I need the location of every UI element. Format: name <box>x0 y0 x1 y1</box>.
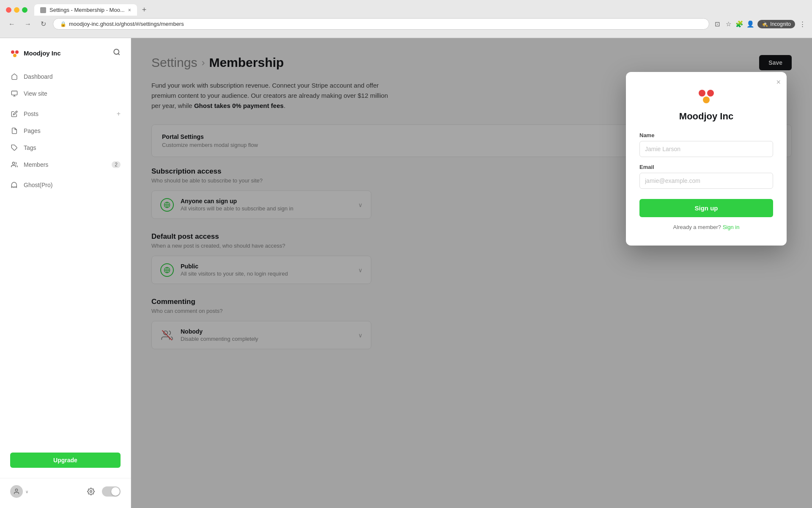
svg-point-0 <box>11 50 14 54</box>
email-input[interactable] <box>639 173 773 189</box>
sidebar-brand: Moodjoy Inc <box>10 49 61 58</box>
svg-rect-4 <box>11 91 17 95</box>
svg-point-8 <box>12 162 14 164</box>
maximize-window-button[interactable] <box>22 7 27 13</box>
back-button[interactable]: ← <box>6 19 18 30</box>
cast-icon[interactable]: ⊡ <box>713 20 721 28</box>
sidebar-item-dashboard[interactable]: Dashboard <box>0 68 131 85</box>
sidebar-item-pages[interactable]: Pages <box>0 122 131 139</box>
modal-title: Moodjoy Inc <box>639 111 773 122</box>
profile-icon[interactable]: 👤 <box>746 20 754 28</box>
lock-icon: 🔒 <box>60 21 66 27</box>
name-label: Name <box>639 132 773 138</box>
posts-icon <box>10 110 19 118</box>
user-avatar <box>10 485 23 498</box>
sidebar-item-dashboard-label: Dashboard <box>24 73 121 80</box>
url-text: moodjoy-inc.ghost.io/ghost/#/settings/me… <box>69 21 184 27</box>
signin-link[interactable]: Sign in <box>723 224 740 230</box>
tab-close-button[interactable]: × <box>128 7 131 13</box>
forward-button[interactable]: → <box>22 19 34 30</box>
tags-icon <box>10 144 19 152</box>
search-icon[interactable] <box>113 48 121 58</box>
footer-icons <box>85 486 121 497</box>
name-input[interactable] <box>639 141 773 157</box>
email-field: Email <box>639 164 773 189</box>
close-window-button[interactable] <box>6 7 11 13</box>
email-label: Email <box>639 164 773 170</box>
sidebar-item-viewsite-label: View site <box>24 90 121 97</box>
sidebar-nav: Dashboard View site <box>0 68 131 475</box>
ghost-icon <box>10 181 19 189</box>
name-field: Name <box>639 132 773 157</box>
sidebar-header: Moodjoy Inc <box>0 48 131 68</box>
add-post-icon[interactable]: + <box>117 110 121 118</box>
traffic-lights <box>6 7 27 13</box>
sidebar-item-members-label: Members <box>24 161 107 168</box>
sidebar: Moodjoy Inc Dashboard <box>0 38 131 508</box>
pages-icon <box>10 127 19 135</box>
dashboard-icon <box>10 72 19 81</box>
incognito-label: Incognito <box>770 21 791 27</box>
sidebar-item-pages-label: Pages <box>24 127 121 134</box>
modal-overlay: × Moodjoy Inc Name Email Si <box>131 38 812 508</box>
svg-point-17 <box>699 90 705 97</box>
user-menu[interactable]: ∨ <box>10 485 28 498</box>
upgrade-section: Upgrade <box>0 446 131 475</box>
sidebar-item-tags[interactable]: Tags <box>0 139 131 156</box>
svg-point-19 <box>703 97 710 103</box>
user-chevron-icon: ∨ <box>25 489 28 494</box>
theme-toggle[interactable] <box>102 486 121 497</box>
members-badge: 2 <box>112 161 121 168</box>
tab-favicon <box>40 7 46 13</box>
sidebar-item-members[interactable]: Members 2 <box>0 156 131 173</box>
browser-actions: ⊡ ☆ 🧩 👤 🕵️ Incognito ⋮ <box>713 20 806 28</box>
svg-point-2 <box>13 54 16 57</box>
modal-logo <box>639 87 773 104</box>
sidebar-item-ghost-pro-label: Ghost(Pro) <box>24 182 121 188</box>
viewsite-icon <box>10 89 19 98</box>
sidebar-item-posts[interactable]: Posts + <box>0 105 131 122</box>
members-icon <box>10 160 19 169</box>
signin-prompt: Already a member? <box>673 224 721 230</box>
reload-button[interactable]: ↻ <box>38 18 49 30</box>
modal-signin-text: Already a member? Sign in <box>639 224 773 230</box>
sidebar-item-viewsite[interactable]: View site <box>0 85 131 102</box>
bookmark-icon[interactable]: ☆ <box>724 20 732 28</box>
svg-point-1 <box>15 50 19 54</box>
svg-point-9 <box>15 489 17 491</box>
new-tab-button[interactable]: + <box>142 6 147 14</box>
tab-label: Settings - Membership - Moo... <box>49 7 125 13</box>
address-bar[interactable]: 🔒 moodjoy-inc.ghost.io/ghost/#/settings/… <box>53 18 709 30</box>
browser-chrome: Settings - Membership - Moo... × + ← → ↻… <box>0 0 812 38</box>
svg-point-3 <box>114 49 119 54</box>
sidebar-item-ghost-pro[interactable]: Ghost(Pro) <box>0 177 131 193</box>
sidebar-item-tags-label: Tags <box>24 144 121 151</box>
browser-tab[interactable]: Settings - Membership - Moo... × <box>34 4 137 16</box>
modal-signup-button[interactable]: Sign up <box>639 199 773 217</box>
brand-name: Moodjoy Inc <box>24 50 61 57</box>
toggle-knob <box>111 487 120 496</box>
minimize-window-button[interactable] <box>14 7 19 13</box>
extensions-icon[interactable]: 🧩 <box>735 20 743 28</box>
svg-point-10 <box>90 491 92 493</box>
main-content: Settings › Membership Save Fund your wor… <box>131 38 812 508</box>
settings-icon[interactable] <box>85 486 97 497</box>
incognito-badge: 🕵️ Incognito <box>757 20 795 28</box>
signup-modal: × Moodjoy Inc Name Email Si <box>626 72 787 246</box>
brand-logo <box>10 49 19 58</box>
upgrade-button[interactable]: Upgrade <box>10 453 121 468</box>
sidebar-footer: ∨ <box>0 478 131 498</box>
svg-point-18 <box>707 90 714 97</box>
app-layout: Moodjoy Inc Dashboard <box>0 38 812 508</box>
sidebar-item-posts-label: Posts <box>24 110 112 117</box>
modal-close-button[interactable]: × <box>776 78 781 87</box>
menu-icon[interactable]: ⋮ <box>798 20 806 28</box>
